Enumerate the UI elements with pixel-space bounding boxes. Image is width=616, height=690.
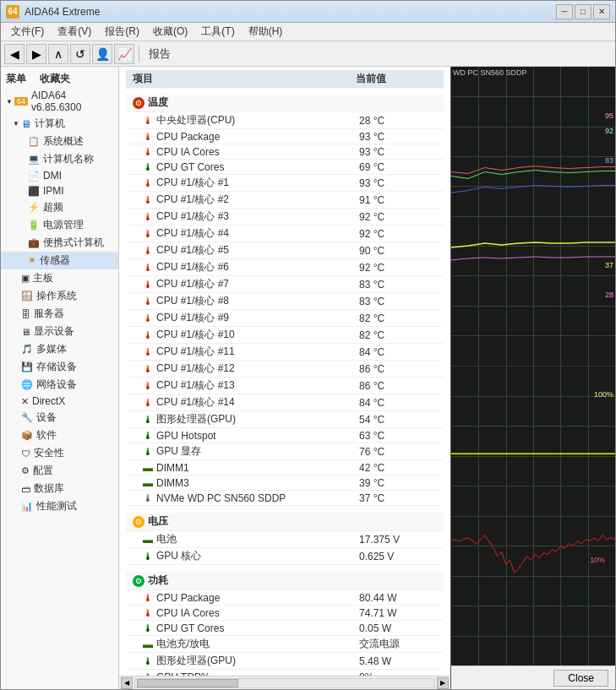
row-cpu-item: 🌡 中央处理器(CPU) (126, 113, 359, 128)
menu-report[interactable]: 报告(R) (98, 23, 146, 41)
sidebar-item-config[interactable]: ⚙ 配置 (1, 462, 118, 480)
sidebar-item-ipmi[interactable]: ⬛ IPMI (1, 183, 118, 198)
row-value: 63 °C (359, 430, 444, 442)
report-panel: 项目 当前值 ⊙ 温度 (119, 67, 450, 689)
gpu-therm-icon: 🌡 (143, 161, 153, 173)
scroll-right-button[interactable]: ▶ (437, 677, 449, 689)
multimedia-icon: 🎵 (21, 344, 33, 355)
motherboard-icon: ▣ (21, 273, 30, 284)
directx-icon: ✕ (21, 396, 29, 407)
sidebar-item-multimedia[interactable]: 🎵 多媒体 (1, 340, 118, 358)
toolbar-report-label: 报告 (144, 46, 171, 62)
sidebar-item-overclock[interactable]: ⚡ 超频 (1, 198, 118, 216)
power-title-text: 功耗 (148, 573, 168, 588)
row-item: 🌡 CPU #1/核心 #5 (126, 243, 359, 258)
row-value: 54 °C (359, 414, 444, 426)
temp-title-text: 温度 (148, 95, 168, 110)
col-value-header: 当前值 (356, 72, 440, 86)
software-icon: 📦 (21, 430, 33, 441)
sidebar-app-version[interactable]: ▼ 64 AIDA64 v6.85.6300 (1, 88, 118, 115)
storage-icon: 💾 (21, 361, 33, 372)
table-row: 🌡 CPU #1/核心 #8 83 °C (126, 293, 444, 310)
close-button[interactable]: Close (553, 670, 608, 687)
sidebar-item-network[interactable]: 🌐 网络设备 (1, 376, 118, 394)
table-row: 🌡 GPU 显存 76 °C (126, 443, 444, 460)
user-button[interactable]: 👤 (92, 44, 112, 64)
col-item-header: 项目 (129, 72, 356, 86)
forward-button[interactable]: ▶ (26, 44, 46, 64)
table-row: 🌡 CPU #1/核心 #10 82 °C (126, 327, 444, 344)
power-section: ⊙ 功耗 🌡 CPU Package 80.44 W (126, 572, 444, 676)
sidebar-item-storage[interactable]: 💾 存储设备 (1, 358, 118, 376)
sidebar-item-server[interactable]: 🗄 服务器 (1, 305, 118, 323)
therm-icon: 🌡 (143, 115, 153, 127)
scroll-thumb[interactable] (137, 679, 238, 687)
sidebar-item-motherboard[interactable]: ▣ 主板 (1, 269, 118, 287)
sidebar-item-computer-name[interactable]: 💻 计算机名称 (1, 150, 118, 168)
row-item: 🌡 CPU #1/核心 #10 (126, 328, 359, 342)
sidebar-item-benchmark[interactable]: 📊 性能测试 (1, 497, 118, 515)
chart-label-100: 100% (594, 390, 613, 399)
minimize-button[interactable]: ─ (556, 4, 573, 19)
row-item: 🌡 GPU 显存 (126, 444, 359, 459)
sidebar-item-display[interactable]: 🖥 显示设备 (1, 323, 118, 340)
sidebar-item-portable[interactable]: 💼 便携式计算机 (1, 234, 118, 252)
close-window-button[interactable]: ✕ (593, 4, 610, 19)
volt-title: ⊙ 电压 (129, 514, 440, 529)
up-button[interactable]: ∧ (48, 44, 68, 64)
refresh-button[interactable]: ↺ (70, 44, 90, 64)
scroll-track[interactable] (134, 678, 435, 688)
sidebar-computer[interactable]: ▼ 🖥 计算机 (1, 115, 118, 133)
horizontal-scrollbar[interactable]: ◀ ▶ (119, 676, 450, 689)
sidebar-item-os[interactable]: 🪟 操作系统 (1, 287, 118, 305)
scroll-left-button[interactable]: ◀ (121, 677, 133, 689)
temp-section-header: ⊙ 温度 (126, 94, 444, 112)
row-item: ▬ DIMM3 (126, 477, 359, 489)
sidebar-item-database[interactable]: 🗃 数据库 (1, 480, 118, 497)
os-icon: 🪟 (21, 291, 33, 302)
network-icon: 🌐 (21, 379, 33, 390)
sidebar-item-software[interactable]: 📦 软件 (1, 426, 118, 444)
sidebar-item-sensors[interactable]: ☀ 传感器 (1, 252, 118, 269)
therm-icon: 🌡 (143, 245, 153, 257)
row-item: 🌡 CPU #1/核心 #4 (126, 226, 359, 241)
sidebar-item-security[interactable]: 🛡 安全性 (1, 444, 118, 462)
chart-button[interactable]: 📈 (114, 44, 134, 64)
table-row: 🌡 CPU GT Cores 0.05 W (126, 621, 444, 636)
row-item: 🌡 图形处理器(GPU) (126, 412, 359, 426)
sidebar-item-system-overview[interactable]: 📋 系统概述 (1, 133, 118, 150)
table-row: 🌡 图形处理器(GPU) 5.48 W (126, 653, 444, 670)
row-value: 17.375 V (359, 534, 444, 546)
app-version-label: AIDA64 v6.85.6300 (31, 90, 113, 113)
computer-label: 计算机 (35, 117, 65, 131)
menu-bar: 文件(F) 查看(V) 报告(R) 收藏(O) 工具(T) 帮助(H) (1, 23, 615, 41)
menu-favorites[interactable]: 收藏(O) (146, 23, 194, 41)
row-value: 83 °C (359, 279, 444, 291)
table-row: 🌡 CPU #1/核心 #13 86 °C (126, 378, 444, 394)
menu-help[interactable]: 帮助(H) (242, 23, 290, 41)
table-row: 🌡 CPU #1/核心 #11 84 °C (126, 344, 444, 361)
table-row: 🌡 CPU IA Cores 74.71 W (126, 606, 444, 621)
back-button[interactable]: ◀ (4, 44, 25, 64)
table-row: 🌡 图形处理器(GPU) 54 °C (126, 411, 444, 428)
sidebar-item-directx[interactable]: ✕ DirectX (1, 394, 118, 409)
row-item: 🌡 CPU #1/核心 #3 (126, 209, 359, 224)
battery-icon: ▬ (143, 638, 153, 650)
sidebar: 菜单 收藏夹 ▼ 64 AIDA64 v6.85.6300 ▼ 🖥 计算机 📋 … (1, 67, 119, 689)
menu-view[interactable]: 查看(V) (51, 23, 98, 41)
sidebar-item-dmi[interactable]: 📄 DMI (1, 168, 118, 183)
menu-file[interactable]: 文件(F) (4, 23, 51, 41)
sidebar-item-devices[interactable]: 🔧 设备 (1, 409, 118, 426)
maximize-button[interactable]: □ (575, 4, 591, 19)
power-cpu-icon: 🌡 (143, 592, 153, 604)
row-value: 82 °C (359, 329, 444, 341)
toolbar: ◀ ▶ ∧ ↺ 👤 📈 报告 (1, 41, 615, 67)
row-item: 🌡 CPU #1/核心 #7 (126, 277, 359, 291)
report-table[interactable]: 项目 当前值 ⊙ 温度 (119, 67, 450, 676)
sidebar-item-power-mgmt[interactable]: 🔋 电源管理 (1, 216, 118, 234)
top-chart-svg (451, 67, 615, 366)
row-value: 83 °C (359, 296, 444, 307)
menu-tools[interactable]: 工具(T) (194, 23, 241, 41)
title-bar-left: 64 AIDA64 Extreme (6, 5, 100, 19)
table-row: 🌡 GPU 核心 0.625 V (126, 548, 444, 565)
